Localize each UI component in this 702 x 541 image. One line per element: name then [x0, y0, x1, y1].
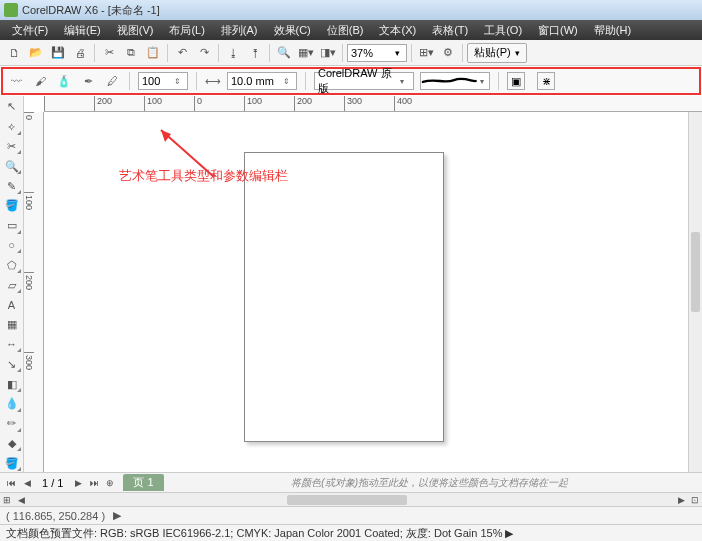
print-icon[interactable]: 🖨 [70, 43, 90, 63]
scrollbar-thumb[interactable] [287, 495, 407, 505]
vertical-ruler[interactable]: 0 100 200 300 [24, 112, 44, 472]
zoom-level-combo[interactable]: 37% ▾ [347, 44, 407, 62]
interactive-fill-icon[interactable]: 🪣 [2, 454, 22, 472]
sprayer-icon[interactable]: 🧴 [55, 72, 73, 90]
add-page-icon[interactable]: ⊕ [103, 476, 117, 490]
ruler-tick: 300 [24, 352, 34, 392]
drawing-canvas[interactable]: 艺术笔工具类型和参数编辑栏 [44, 112, 702, 472]
menu-text[interactable]: 文本(X) [371, 21, 424, 40]
ellipse-tool-icon[interactable]: ○ [2, 237, 22, 255]
collapse-icon[interactable]: ⊞ [0, 494, 14, 506]
paste-icon[interactable]: 📋 [143, 43, 163, 63]
save-icon[interactable]: 💾 [48, 43, 68, 63]
page-counter: 1 / 1 [36, 477, 69, 489]
rectangle-tool-icon[interactable]: ▭ [2, 217, 22, 235]
ruler-tick [44, 96, 94, 111]
menu-window[interactable]: 窗口(W) [530, 21, 586, 40]
outline-tool-icon[interactable]: ✏ [2, 415, 22, 433]
welcome-icon[interactable]: ◨▾ [318, 43, 338, 63]
polygon-tool-icon[interactable]: ⬠ [2, 256, 22, 274]
freehand-tool-icon[interactable]: ✎ [2, 177, 22, 195]
menu-help[interactable]: 帮助(H) [586, 21, 639, 40]
zoom-tool-icon[interactable]: 🔍 [2, 157, 22, 175]
menu-table[interactable]: 表格(T) [424, 21, 476, 40]
options-icon[interactable]: ⚙ [438, 43, 458, 63]
separator [498, 72, 499, 90]
open-icon[interactable]: 📂 [26, 43, 46, 63]
menu-view[interactable]: 视图(V) [109, 21, 162, 40]
pick-tool-icon[interactable]: ↖ [2, 98, 22, 116]
interactive-tool-icon[interactable]: ◧ [2, 375, 22, 393]
ruler-tick: 100 [24, 192, 34, 232]
menu-arrange[interactable]: 排列(A) [213, 21, 266, 40]
scale-stroke-icon[interactable]: ⋇ [537, 72, 555, 90]
app-launcher-icon[interactable]: ▦▾ [296, 43, 316, 63]
width-icon: ⟷ [205, 75, 221, 88]
separator [305, 72, 306, 90]
calligraphic-icon[interactable]: ✒ [79, 72, 97, 90]
copy-icon[interactable]: ⧉ [121, 43, 141, 63]
eyedropper-icon[interactable]: 💧 [2, 395, 22, 413]
dimension-tool-icon[interactable]: ↔ [2, 336, 22, 354]
horizontal-scrollbar[interactable] [30, 495, 672, 505]
menu-effects[interactable]: 效果(C) [266, 21, 319, 40]
window-title: CorelDRAW X6 - [未命名 -1] [22, 3, 160, 18]
paste-button[interactable]: 粘贴(P) ▾ [467, 43, 527, 63]
redo-icon[interactable]: ↷ [194, 43, 214, 63]
separator [196, 72, 197, 90]
cut-icon[interactable]: ✂ [99, 43, 119, 63]
last-page-icon[interactable]: ⏭ [87, 476, 101, 490]
ruler-tick: 100 [144, 96, 194, 111]
shape-tool-icon[interactable]: ⟡ [2, 118, 22, 136]
menu-bitmap[interactable]: 位图(B) [319, 21, 372, 40]
app-logo-icon [4, 3, 18, 17]
undo-icon[interactable]: ↶ [172, 43, 192, 63]
preset-list-combo[interactable]: CorelDRAW 原版 ▾ [314, 72, 414, 90]
next-object-icon[interactable]: ▶ [113, 509, 121, 522]
scroll-right-icon[interactable]: ▶ [674, 494, 688, 506]
pressure-icon[interactable]: 🖊 [103, 72, 121, 90]
property-bar: 〰 🖌 🧴 ✒ 🖊 100 ⇕ ⟷ 10.0 mm ⇕ CorelDRAW 原版… [1, 67, 701, 95]
svg-marker-1 [161, 130, 171, 142]
separator [411, 44, 412, 62]
menu-edit[interactable]: 编辑(E) [56, 21, 109, 40]
smoothing-input[interactable]: 100 ⇕ [138, 72, 188, 90]
page-tab[interactable]: 页 1 [123, 474, 163, 491]
search-icon[interactable]: 🔍 [274, 43, 294, 63]
horizontal-ruler[interactable]: 200 100 0 100 200 300 400 [44, 96, 702, 112]
menu-layout[interactable]: 布局(L) [161, 21, 212, 40]
brush-stroke-preview[interactable]: ▾ [420, 72, 490, 90]
prev-page-icon[interactable]: ◀ [20, 476, 34, 490]
menu-tools[interactable]: 工具(O) [476, 21, 530, 40]
next-page-icon[interactable]: ▶ [71, 476, 85, 490]
first-page-icon[interactable]: ⏮ [4, 476, 18, 490]
vertical-scrollbar[interactable] [688, 112, 702, 472]
basic-shapes-icon[interactable]: ▱ [2, 276, 22, 294]
import-icon[interactable]: ⭳ [223, 43, 243, 63]
navigator-icon[interactable]: ⊡ [688, 494, 702, 506]
stroke-width-input[interactable]: 10.0 mm ⇕ [227, 72, 297, 90]
text-tool-icon[interactable]: A [2, 296, 22, 314]
separator [218, 44, 219, 62]
preset-value: CorelDRAW 原版 [318, 66, 400, 96]
connector-tool-icon[interactable]: ↘ [2, 355, 22, 373]
snap-icon[interactable]: ⊞▾ [416, 43, 436, 63]
crop-tool-icon[interactable]: ✂ [2, 138, 22, 156]
new-icon[interactable]: 🗋 [4, 43, 24, 63]
export-icon[interactable]: ⭱ [245, 43, 265, 63]
cursor-coords: ( 116.865, 250.284 ) [6, 510, 105, 522]
separator [167, 44, 168, 62]
separator [269, 44, 270, 62]
brush-icon[interactable]: 🖌 [31, 72, 49, 90]
preset-brush-icon[interactable]: 〰 [7, 72, 25, 90]
fill-tool-icon[interactable]: ◆ [2, 435, 22, 453]
separator [94, 44, 95, 62]
scrollbar-thumb[interactable] [691, 232, 700, 312]
table-tool-icon[interactable]: ▦ [2, 316, 22, 334]
scroll-left-icon[interactable]: ◀ [14, 494, 28, 506]
menu-file[interactable]: 文件(F) [4, 21, 56, 40]
width-value: 10.0 mm [231, 75, 283, 87]
ruler-tick: 0 [24, 112, 34, 152]
bounding-box-icon[interactable]: ▣ [507, 72, 525, 90]
smart-fill-icon[interactable]: 🪣 [2, 197, 22, 215]
